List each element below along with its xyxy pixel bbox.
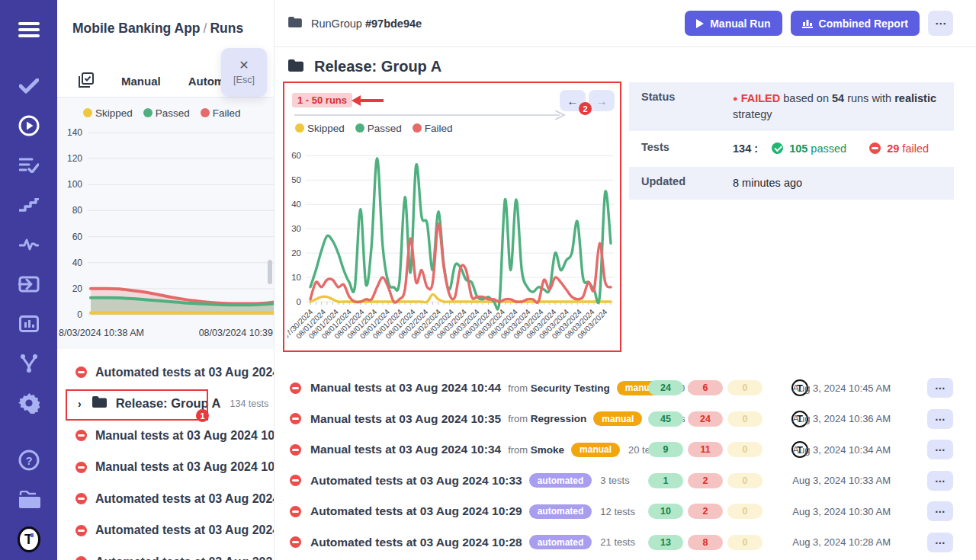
breadcrumb: Mobile Banking App/Runs xyxy=(72,21,243,37)
sidebar-run-item[interactable]: Automated tests at 03 Aug 2024 xyxy=(57,546,274,560)
row-more-button[interactable]: ⋯ xyxy=(927,378,953,398)
legend-failed[interactable]: Failed xyxy=(201,107,241,119)
sidebar-run-item[interactable]: Manual tests at 03 Aug 2024 10:42 xyxy=(57,452,274,484)
page-title: Release: Group A xyxy=(314,58,441,75)
projects-icon[interactable] xyxy=(18,488,40,511)
failed-pill: 2 xyxy=(688,473,723,488)
sidebar-run-item[interactable]: Manual tests at 03 Aug 2024 10:43 xyxy=(57,420,274,452)
app-logo[interactable]: T xyxy=(18,528,40,551)
failed-pill: 24 xyxy=(688,411,723,427)
play-icon xyxy=(696,19,704,28)
folder-icon xyxy=(288,59,303,75)
status-label: Status xyxy=(641,91,733,123)
breadcrumb-project[interactable]: Mobile Banking App xyxy=(72,21,201,36)
result-pills: 1 2 0 xyxy=(648,473,762,488)
steps-icon[interactable] xyxy=(18,194,40,216)
runs-range-label: 1 - 50 runs xyxy=(292,93,352,107)
legend-failed[interactable]: Failed xyxy=(413,123,453,134)
updated-value: 8 minutes ago xyxy=(733,175,954,191)
topbar-more-button[interactable]: ⋯ xyxy=(928,11,953,36)
run-title: Automated tests at 03 Aug 2024 10 xyxy=(95,492,274,506)
skipped-pill: 0 xyxy=(727,473,762,488)
runs-icon[interactable] xyxy=(18,114,40,137)
manual-run-button[interactable]: Manual Run xyxy=(685,11,782,36)
runs-list-top: Automated tests at 03 Aug 2024 10 xyxy=(57,357,274,389)
tests-value: 134 : 105 passed 29 failed xyxy=(733,141,954,157)
menu-icon[interactable] xyxy=(18,18,40,41)
run-row[interactable]: Automated tests at 03 Aug 2024 10:29 aut… xyxy=(282,496,961,527)
svg-text:?: ? xyxy=(25,454,32,467)
svg-text:10: 10 xyxy=(291,273,301,282)
skipped-dot-icon xyxy=(83,108,92,117)
annotation-badge-1: 1 xyxy=(196,409,209,422)
test-plans-icon[interactable] xyxy=(18,154,40,177)
main-chart-svg: 010203040506007/30/202408/01/202408/01/2… xyxy=(287,139,620,350)
analytics-icon[interactable] xyxy=(18,233,40,256)
row-more-button[interactable]: ⋯ xyxy=(927,501,953,521)
run-group-item[interactable]: › Release: Group A 134 tests54 r xyxy=(57,388,274,420)
run-group-info-panel: Status ● FAILED based on 54 runs with re… xyxy=(629,82,954,201)
app-root: ? T Mobile Banking App/Runs Manual Autom… xyxy=(0,0,976,560)
row-more-button[interactable]: ⋯ xyxy=(927,440,953,459)
combined-report-button[interactable]: Combined Report xyxy=(791,11,920,36)
run-tests-count: 21 tests xyxy=(600,536,635,548)
result-pills: 24 6 0 xyxy=(648,380,762,395)
run-group-meta: 134 tests54 r xyxy=(230,398,274,409)
run-group-label: RunGroup #97bde94e xyxy=(311,18,422,30)
branches-icon[interactable] xyxy=(18,352,40,375)
run-title: Automated tests at 03 Aug 2024 10:28 xyxy=(310,536,522,549)
help-icon[interactable]: ? xyxy=(18,449,40,472)
sidebar-run-item[interactable]: Automated tests at 03 Aug 2024 10 xyxy=(57,357,274,389)
run-title: Automated tests at 03 Aug 2024 10 xyxy=(95,523,274,537)
legend-skipped[interactable]: Skipped xyxy=(83,107,133,119)
sidebar-run-item[interactable]: Automated tests at 03 Aug 2024 10 xyxy=(57,483,274,515)
chart-next-page-button[interactable]: → xyxy=(589,90,615,111)
failed-status-icon xyxy=(75,430,87,441)
row-more-button[interactable]: ⋯ xyxy=(927,409,953,429)
svg-text:60: 60 xyxy=(72,232,83,242)
run-type-badge: manual xyxy=(593,411,642,426)
run-row[interactable]: Automated tests at 03 Aug 2024 10:28 aut… xyxy=(282,527,961,558)
panel-scrollbar[interactable] xyxy=(268,260,272,284)
updated-label: Updated xyxy=(641,175,733,191)
run-title: Automated tests at 03 Aug 2024 xyxy=(95,555,274,560)
failed-status-icon xyxy=(290,475,301,486)
run-date: Aug 3, 2024 10:34 AM xyxy=(792,444,891,456)
tests-label: Tests xyxy=(641,141,733,157)
legend-passed[interactable]: Passed xyxy=(143,107,190,119)
run-row[interactable]: Manual tests at 03 Aug 2024 10:44 from S… xyxy=(282,373,961,404)
failed-minus-icon xyxy=(869,142,881,154)
sidebar-run-item[interactable]: Automated tests at 03 Aug 2024 10 xyxy=(57,515,274,547)
legend-passed[interactable]: Passed xyxy=(355,123,402,134)
skipped-pill: 0 xyxy=(727,411,762,427)
svg-text:120: 120 xyxy=(67,153,82,164)
reports-icon[interactable] xyxy=(18,312,40,335)
runs-history-chart: Skipped Passed Failed 140120100806040200… xyxy=(57,98,274,349)
passed-pill: 10 xyxy=(648,504,683,519)
run-type-badge: automated xyxy=(529,473,592,488)
skipped-dot-icon xyxy=(295,123,304,133)
result-pills: 13 8 0 xyxy=(648,535,762,550)
run-source: from Security Testing xyxy=(508,382,610,394)
legend-skipped[interactable]: Skipped xyxy=(295,123,345,134)
close-icon[interactable]: ✕ xyxy=(239,59,249,72)
failed-status-icon xyxy=(75,462,87,473)
run-title: Automated tests at 03 Aug 2024 10:33 xyxy=(310,474,522,488)
run-tests-count: 3 tests xyxy=(600,475,629,486)
breadcrumb-page[interactable]: Runs xyxy=(210,21,243,36)
select-runs-icon[interactable] xyxy=(79,72,94,91)
run-group-title: Release: Group A xyxy=(116,396,221,411)
main-content: RunGroup #97bde94e Manual Run Combined R… xyxy=(274,0,976,560)
run-row[interactable]: Manual tests at 03 Aug 2024 10:34 from S… xyxy=(282,434,961,466)
run-row[interactable]: Automated tests at 03 Aug 2024 10:33 aut… xyxy=(282,466,961,497)
skipped-pill: 0 xyxy=(727,380,762,395)
settings-icon[interactable] xyxy=(18,392,40,414)
row-more-button[interactable]: ⋯ xyxy=(927,471,953,491)
tests-icon[interactable] xyxy=(18,75,40,98)
result-pills: 45 24 0 xyxy=(648,411,762,427)
run-row[interactable]: Manual tests at 03 Aug 2024 10:35 from R… xyxy=(282,404,961,435)
import-icon[interactable] xyxy=(18,273,40,296)
chevron-right-icon[interactable]: › xyxy=(78,398,82,410)
tab-manual[interactable]: Manual xyxy=(121,75,161,88)
row-more-button[interactable]: ⋯ xyxy=(927,533,953,552)
